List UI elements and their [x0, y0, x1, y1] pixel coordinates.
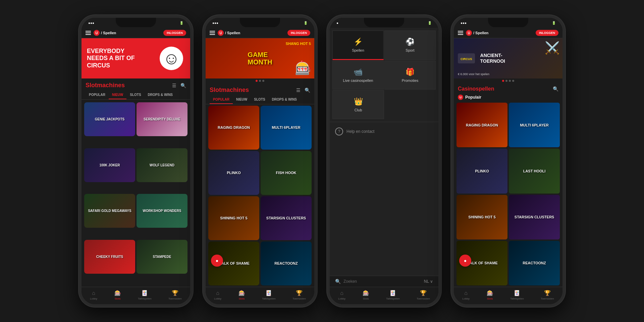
dot-1-4 [502, 80, 504, 82]
nav-toernooi-2[interactable]: 🏆 Toernooien [292, 290, 306, 300]
tab-drops-1[interactable]: DROPS & WINS [145, 91, 176, 99]
populair-section-4: U Populair [454, 93, 562, 101]
casino-section-4: Casinospellen 🔍 [454, 83, 562, 93]
app-header-1: U / Spellen INLOGGEN [82, 28, 190, 38]
tab-drops-2[interactable]: DROPS & WINS [269, 96, 300, 104]
banner-dots-2 [206, 78, 314, 83]
filter-icon-2[interactable]: ☰ [296, 88, 301, 93]
brand-logo-2: U / Spellen [218, 30, 240, 36]
game-fishhook[interactable]: FISH HOOK [261, 151, 312, 195]
filter-icon-1[interactable]: ☰ [172, 83, 176, 88]
tab-nieuw-2[interactable]: NIEUW [233, 96, 251, 104]
game-raging-dragon[interactable]: RAGING DRAGON [208, 106, 259, 150]
bottom-nav-3: ⌂ Lobby 🎰 Slots 🃏 Tafelspelen 🏆 Toernooi… [330, 287, 438, 304]
nav-lobby-4[interactable]: ⌂ Lobby [462, 290, 470, 300]
menu-item-spellen[interactable]: ⚡ Spellen [332, 31, 384, 60]
game-react-4[interactable]: REACTOONZ [509, 241, 560, 285]
game-card-wolf[interactable]: WOLF LEGEND [137, 148, 187, 182]
menu-item-live[interactable]: 📹 Live casinospellen [332, 61, 384, 90]
nav-toernooi-4[interactable]: 🏆 Toernooien [541, 290, 554, 300]
trophy-icon-1: 🏆 [172, 290, 178, 296]
circus-badge: CIRCUS [461, 57, 472, 61]
game-name-shining: SHINING HOT 5 [220, 216, 247, 220]
game-plinko[interactable]: PLINKO [208, 151, 259, 195]
nav-tafel-4[interactable]: 🃏 Tafelspelen [510, 290, 524, 300]
language-selector-3[interactable]: NL ∨ [424, 279, 433, 284]
game-card-safari[interactable]: SAFARI GOLD MEGAWAYS [84, 194, 135, 228]
header-right-2: INLOGGEN [287, 30, 310, 36]
search-right-3: NL ∨ [424, 279, 433, 284]
battery-1: 🔋 [179, 21, 183, 25]
game-multi-player[interactable]: MULTI 6PLAYER [261, 106, 312, 150]
game-card-workshop[interactable]: WORKSHOP WONDERS [137, 194, 187, 228]
nav-slots-label-1: Slots [115, 297, 121, 300]
float-action-btn-2[interactable]: ● [211, 255, 223, 267]
unibet-icon-2: U [218, 30, 224, 36]
sport-label: Sport [406, 48, 414, 52]
nav-slots-3[interactable]: 🎰 Slots [363, 290, 369, 300]
game-lasthool-4[interactable]: LAST HOOLI [509, 149, 560, 193]
login-button-1[interactable]: INLOGGEN [163, 30, 186, 36]
menu-item-club[interactable]: 👑 Club [332, 90, 384, 119]
game-reactoonz[interactable]: REACTOONZ [261, 241, 312, 285]
game-raging-dragon-4[interactable]: RAGING DRAGON [457, 103, 507, 147]
menu-item-promo[interactable]: 🎁 Promoties [384, 61, 436, 90]
game-card-serendipity[interactable]: SERENDIPITY DELUXE [137, 102, 187, 136]
game-shining-hot[interactable]: SHINING HOT 5 [208, 196, 259, 240]
nav-slots-1[interactable]: 🎰 Slots [114, 290, 121, 300]
hamburger-menu-1[interactable] [86, 31, 91, 35]
phone-3: ● 🔋 ⚡ Spellen ⚽ Sport 📹 Live casinospell… [327, 15, 441, 307]
game-shining-4[interactable]: SHINING HOT 5 [457, 195, 507, 239]
tabs-2: POPULAR NIEUW SLOTS DROPS & WINS [206, 96, 314, 104]
game-card-stampede[interactable]: STAMPEDE [137, 240, 187, 274]
float-action-btn-4[interactable]: ● [459, 255, 471, 267]
login-button-2[interactable]: INLOGGEN [287, 30, 310, 36]
game-name-cheeky: CHEEKY FRUITS [95, 254, 124, 260]
tab-slots-2[interactable]: SLOTS [251, 96, 268, 104]
banner-dots-4 [454, 78, 562, 83]
login-button-4[interactable]: INLOGGEN [536, 30, 558, 36]
bottom-nav-1: ⌂ Lobby 🎰 Slots 🃏 Tafelspelen 🏆 Toernooi… [82, 287, 190, 304]
app-header-2: U / Spellen INLOGGEN [206, 28, 314, 38]
nav-tafel-1[interactable]: 🃏 Tafelspelen [138, 290, 151, 300]
tab-slots-1[interactable]: SLOTS [126, 91, 144, 99]
casino-title-4: Casinospellen 🔍 [458, 86, 558, 92]
home-icon-4: ⌂ [464, 290, 468, 296]
nav-toernooi-3[interactable]: 🏆 Toernooien [417, 290, 430, 300]
nav-lobby-1[interactable]: ⌂ Lobby [90, 290, 97, 300]
nav-tafel-3[interactable]: 🃏 Tafelspelen [386, 290, 399, 300]
slot-icon-2: 🎰 [295, 60, 312, 76]
live-icon: 📹 [354, 68, 363, 76]
game-card-genie[interactable]: GENIE JACKPOTS [84, 102, 135, 136]
game-grid-1: GENIE JACKPOTS SERENDIPITY DELUXE 100K J… [82, 100, 190, 287]
search-icon-4[interactable]: 🔍 [553, 86, 558, 92]
game-multi-player-4[interactable]: MULTI 6PLAYER [509, 103, 560, 147]
nav-toernooi-1[interactable]: 🏆 Toernooien [168, 290, 182, 300]
help-text: Help en contact [346, 129, 374, 134]
search-icon-1[interactable]: 🔍 [180, 83, 186, 88]
game-card-100k[interactable]: 100K JOKER [84, 148, 135, 182]
game-plinko-4[interactable]: PLINKO [457, 149, 507, 193]
hamburger-menu-2[interactable] [210, 31, 215, 35]
nav-lobby-2[interactable]: ⌂ Lobby [214, 290, 221, 300]
menu-item-sport[interactable]: ⚽ Sport [384, 31, 436, 60]
nav-tafel-2[interactable]: 🃏 Tafelspelen [262, 290, 275, 300]
search-icon-2[interactable]: 🔍 [305, 88, 310, 93]
hamburger-menu-4[interactable] [458, 31, 463, 35]
game-starsign-4[interactable]: STARSIGN CLUSTERS [509, 195, 560, 239]
header-right-1: INLOGGEN [163, 30, 186, 36]
cards-icon-4: 🃏 [514, 290, 520, 296]
nav-lobby-3[interactable]: ⌂ Lobby [338, 290, 345, 300]
nav-slots-4[interactable]: 🎰 Slots [487, 290, 493, 300]
game-card-cheeky[interactable]: CHEEKY FRUITS [84, 240, 135, 274]
section-icons-1: ☰ 🔍 [172, 83, 186, 88]
tab-nieuw-1[interactable]: NIEUW [109, 91, 126, 99]
nav-tafel-label-2: Tafelspelen [262, 297, 275, 300]
help-contact[interactable]: ? Help en contact [330, 122, 438, 141]
hero-banner-1: EVERYBODY NEEDS A BIT OF CIRCUS [82, 38, 190, 78]
game-starsign[interactable]: STARSIGN CLUSTERS [261, 196, 312, 240]
nav-slots-2[interactable]: 🎰 Slots [238, 290, 245, 300]
game-name-safari: SAFARI GOLD MEGAWAYS [87, 208, 132, 214]
tab-popular-2[interactable]: POPULAR [210, 96, 233, 104]
tab-popular-1[interactable]: POPULAR [86, 91, 109, 99]
